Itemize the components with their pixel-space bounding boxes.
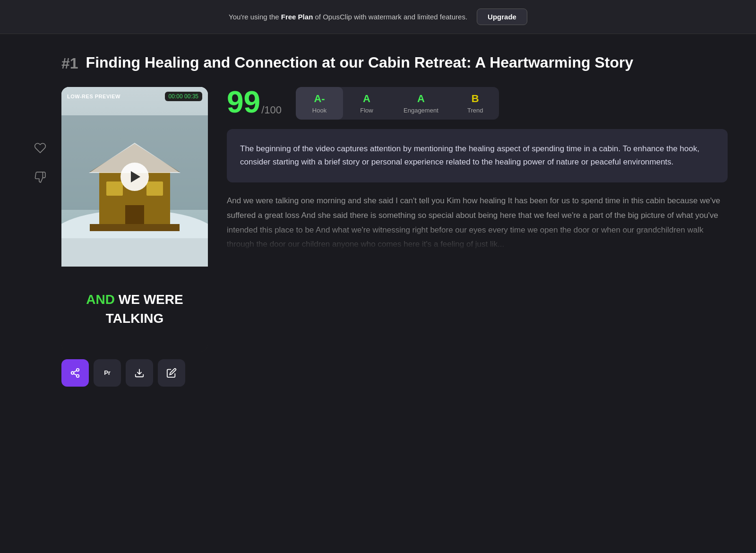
plan-name: Free Plan	[281, 13, 313, 21]
tab-hook[interactable]: A- Hook	[296, 87, 343, 120]
dislike-button[interactable]	[30, 167, 50, 187]
flow-label: Flow	[360, 107, 373, 114]
low-res-badge: LOW-RES PREVIEW	[67, 94, 120, 99]
score-number: 99	[227, 87, 260, 117]
svg-rect-6	[106, 181, 123, 196]
caption-text: AND WE WERETALKING	[86, 290, 183, 327]
action-buttons: Pr	[61, 359, 208, 387]
share-icon	[70, 368, 80, 378]
top-banner: You're using the Free Plan of OpusClip w…	[0, 0, 756, 34]
transcript-text: And we were talking one morning and she …	[227, 194, 728, 251]
tab-flow[interactable]: A Flow	[343, 87, 390, 120]
score-display: 99 /100	[227, 87, 282, 117]
banner-suffix: of OpusClip with watermark and limited f…	[313, 13, 467, 21]
svg-rect-9	[90, 224, 180, 231]
share-button[interactable]	[61, 359, 89, 387]
play-button[interactable]	[120, 163, 149, 191]
engagement-grade: A	[417, 93, 425, 105]
like-button[interactable]	[30, 138, 50, 158]
hook-label: Hook	[312, 107, 326, 114]
engagement-label: Engagement	[404, 107, 438, 114]
tab-trend[interactable]: B Trend	[452, 87, 499, 120]
svg-rect-3	[61, 238, 208, 267]
content-area: #1 Finding Healing and Connection at our…	[61, 53, 728, 387]
score-out-of: /100	[261, 105, 282, 115]
trend-label: Trend	[467, 107, 483, 114]
main-content: #1 Finding Healing and Connection at our…	[0, 34, 756, 406]
video-image-area	[61, 87, 208, 267]
banner-text: You're using the Free Plan of OpusClip w…	[229, 13, 467, 21]
pr-label: Pr	[104, 369, 111, 376]
description-box: The beginning of the video captures atte…	[227, 129, 728, 183]
trend-grade: B	[472, 93, 479, 105]
upgrade-button[interactable]: Upgrade	[477, 9, 527, 25]
download-icon	[134, 368, 145, 378]
video-top-bar: LOW-RES PREVIEW 00:00 00:35	[61, 87, 208, 106]
caption-rest-text: WE WERETALKING	[106, 292, 183, 325]
time-badge: 00:00 00:35	[165, 92, 202, 101]
flow-grade: A	[363, 93, 370, 105]
download-button[interactable]	[126, 359, 153, 387]
sidebar	[28, 53, 61, 387]
svg-point-11	[77, 368, 79, 371]
video-title: Finding Healing and Connection at our Ca…	[86, 53, 634, 73]
edit-icon	[166, 368, 177, 378]
svg-point-12	[71, 372, 74, 374]
video-caption-area: AND WE WERETALKING	[61, 267, 208, 352]
svg-line-14	[74, 373, 77, 375]
caption-and-word: AND	[86, 292, 115, 307]
title-row: #1 Finding Healing and Connection at our…	[61, 53, 728, 73]
svg-point-13	[77, 374, 79, 377]
svg-line-15	[74, 371, 77, 372]
rank-number: #1	[61, 55, 78, 72]
score-section: 99 /100 A- Hook A Flow	[227, 87, 728, 252]
video-preview: LOW-RES PREVIEW 00:00 00:35	[61, 87, 208, 352]
description-text: The beginning of the video captures atte…	[240, 142, 714, 170]
pr-button[interactable]: Pr	[94, 359, 121, 387]
grade-tabs: A- Hook A Flow A Engagement B	[296, 87, 499, 120]
video-score-row: LOW-RES PREVIEW 00:00 00:35	[61, 87, 728, 387]
time-start: 00:00	[169, 93, 183, 100]
score-header: 99 /100 A- Hook A Flow	[227, 87, 728, 120]
edit-button[interactable]	[158, 359, 185, 387]
svg-rect-7	[146, 181, 163, 196]
video-preview-container: LOW-RES PREVIEW 00:00 00:35	[61, 87, 208, 387]
hook-grade: A-	[314, 93, 325, 105]
time-end: 00:35	[184, 93, 198, 100]
tab-engagement[interactable]: A Engagement	[390, 87, 452, 120]
